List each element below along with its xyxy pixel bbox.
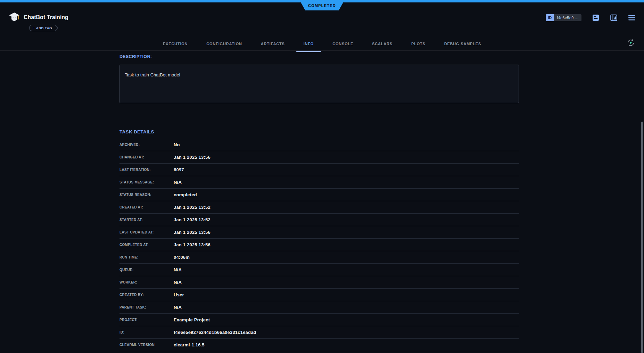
tab-label: EXECUTION (163, 42, 188, 46)
row-label: CHANGED AT: (119, 155, 174, 159)
tab-label: PLOTS (411, 42, 426, 46)
row-value: f4e6e5e9276244d1b66a0e331c1eadad (174, 330, 519, 335)
header-actions: ID f4e6e5e9 ... (546, 14, 636, 22)
tab-label: CONSOLE (332, 42, 353, 46)
row-value: clearml-1.16.5 (174, 342, 519, 347)
tab[interactable]: CONFIGURATION (197, 34, 251, 53)
row-label: ARCHIVED: (119, 143, 174, 147)
auto-refresh-icon[interactable] (625, 37, 636, 48)
task-details-title: TASK DETAILS (119, 129, 519, 134)
id-badge-value: f4e6e5e9 ... (554, 14, 581, 21)
row-label: CREATED BY: (119, 293, 174, 297)
status-badge: COMPLETED (299, 0, 345, 10)
menu-icon[interactable] (628, 14, 636, 22)
row-value: N/A (174, 305, 519, 310)
add-tag-button[interactable]: + ADD TAG (29, 25, 55, 31)
row-value: No (174, 142, 519, 147)
id-badge-label: ID (546, 14, 554, 21)
description-label: DESCRIPTION: (119, 54, 519, 59)
table-row: CLEARML VERSION clearml-1.16.5 (119, 339, 519, 351)
task-details-table: ARCHIVED: No CHANGED AT: Jan 1 2025 13:5… (119, 139, 519, 351)
tab[interactable]: ARTIFACTS (251, 34, 294, 53)
panel-chart-icon[interactable] (610, 14, 618, 22)
table-row: LAST ITERATION: 6097 (119, 164, 519, 176)
row-label: STATUS REASON: (119, 193, 174, 197)
row-label: CREATED AT: (119, 205, 174, 209)
tab-bar: EXECUTION CONFIGURATION ARTIFACTS INFO C… (0, 34, 644, 53)
row-label: QUEUE: (119, 268, 174, 272)
tab[interactable]: CONSOLE (323, 34, 363, 53)
row-label: RUN TIME: (119, 255, 174, 259)
tab-label: ARTIFACTS (261, 42, 285, 46)
tab[interactable]: PLOTS (402, 34, 435, 53)
row-label: LAST UPDATED AT: (119, 230, 174, 234)
row-label: STARTED AT: (119, 218, 174, 222)
table-row: ID: f4e6e5e9276244d1b66a0e331c1eadad (119, 326, 519, 339)
table-row: STATUS REASON: completed (119, 189, 519, 201)
row-value: N/A (174, 267, 519, 272)
tab-label: INFO (304, 42, 314, 46)
table-row: WORKER: N/A (119, 276, 519, 289)
table-row: CREATED BY: User (119, 289, 519, 301)
table-row: CREATED AT: Jan 1 2025 13:52 (119, 201, 519, 214)
row-value: Example Project (174, 317, 519, 322)
tab[interactable]: INFO (294, 34, 323, 53)
tab[interactable]: DEBUG SAMPLES (435, 34, 490, 53)
row-value: Jan 1 2025 13:52 (174, 217, 519, 222)
row-value: Jan 1 2025 13:52 (174, 205, 519, 210)
tab-label: SCALARS (372, 42, 393, 46)
table-row: ARCHIVED: No (119, 139, 519, 151)
table-row: QUEUE: N/A (119, 264, 519, 276)
row-value: 6097 (174, 167, 519, 172)
row-value: N/A (174, 280, 519, 285)
row-value: N/A (174, 180, 519, 185)
task-id-chip[interactable]: ID f4e6e5e9 ... (546, 14, 581, 21)
row-label: COMPLETED AT: (119, 243, 174, 247)
row-label: STATUS MESSAGE: (119, 180, 174, 184)
table-row: PARENT TASK: N/A (119, 301, 519, 314)
row-value: completed (174, 192, 519, 197)
table-row: CHANGED AT: Jan 1 2025 13:56 (119, 151, 519, 164)
add-tag-tip (52, 25, 58, 31)
tab-label: CONFIGURATION (206, 42, 242, 46)
row-value: 04:06m (174, 255, 519, 260)
tab[interactable]: EXECUTION (154, 34, 197, 53)
page-title: ChatBot Training (24, 14, 68, 20)
row-label: PROJECT: (119, 318, 174, 322)
row-label: CLEARML VERSION (119, 343, 174, 347)
row-value: User (174, 292, 519, 297)
table-row: PROJECT: Example Project (119, 314, 519, 326)
table-row: RUN TIME: 04:06m (119, 251, 519, 264)
row-label: LAST ITERATION: (119, 168, 174, 172)
row-value: Jan 1 2025 13:56 (174, 155, 519, 160)
tab[interactable]: SCALARS (363, 34, 402, 53)
vertical-scrollbar[interactable] (641, 122, 643, 353)
tab-label: DEBUG SAMPLES (444, 42, 481, 46)
description-textarea[interactable]: Task to train ChatBot model (119, 65, 519, 103)
add-tag-label: + ADD TAG (33, 26, 52, 30)
row-label: PARENT TASK: (119, 305, 174, 309)
row-label: ID: (119, 330, 174, 334)
table-row: STATUS MESSAGE: N/A (119, 176, 519, 189)
info-panel: DESCRIPTION: Task to train ChatBot model… (119, 51, 519, 351)
row-value: Jan 1 2025 13:56 (174, 230, 519, 235)
app-logo-icon (9, 12, 20, 23)
table-row: STARTED AT: Jan 1 2025 13:52 (119, 214, 519, 226)
table-row: COMPLETED AT: Jan 1 2025 13:56 (119, 239, 519, 251)
table-row: LAST UPDATED AT: Jan 1 2025 13:56 (119, 226, 519, 239)
notes-icon[interactable] (592, 14, 600, 22)
status-badge-label: COMPLETED (308, 3, 336, 8)
row-label: WORKER: (119, 280, 174, 284)
row-value: Jan 1 2025 13:56 (174, 242, 519, 247)
